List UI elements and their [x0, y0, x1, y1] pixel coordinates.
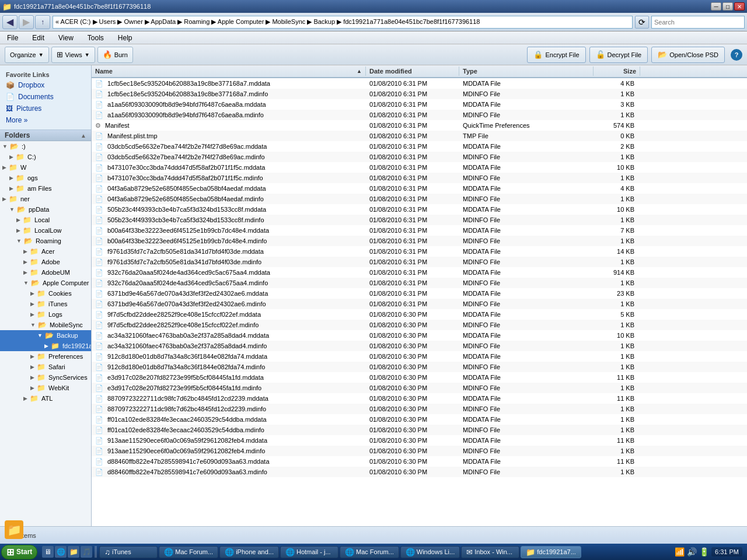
- folder-item[interactable]: ▼📂Apple Computer: [0, 278, 91, 288]
- desktop-folder-icon[interactable]: 📁: [5, 520, 23, 539]
- menu-help[interactable]: Help: [113, 33, 137, 43]
- encrypt-file-button[interactable]: 🔒 Encrypt File: [527, 47, 585, 63]
- table-row[interactable]: 📄 e3d917c028e207fd82723e99f5b5cf08445fa1…: [92, 383, 747, 393]
- folder-item[interactable]: ▼📂ppData: [0, 204, 91, 215]
- maximize-button[interactable]: □: [722, 2, 733, 10]
- taskbar-button[interactable]: 🌐iPhone and...: [219, 546, 279, 558]
- table-row[interactable]: 📄 6371bd9e46a567de070a43d3fef3f2ed24302a…: [92, 299, 747, 309]
- table-row[interactable]: 📄 f9761d35fd7c7a2cfb505e81da341d7bfd4f03…: [92, 257, 747, 267]
- folder-item[interactable]: ▶📁W: [0, 162, 91, 173]
- folder-item[interactable]: ▶📁Preferences: [0, 351, 91, 362]
- table-row[interactable]: 📄 a1aa56f093030090fb8d9e94bfd7f6487c6aea…: [92, 110, 747, 120]
- folder-item[interactable]: ▶📁WebKit: [0, 383, 91, 393]
- table-row[interactable]: 📄 1cfb5ec18e5c935204b620883a19c8be377168…: [92, 89, 747, 99]
- table-row[interactable]: 📄 913aae115290ece6f0a0c069a59f29612082fe…: [92, 446, 747, 456]
- more-link[interactable]: More »: [0, 114, 91, 126]
- close-button[interactable]: ✕: [734, 2, 745, 10]
- organize-button[interactable]: Organize ▼: [5, 47, 49, 63]
- folder-item[interactable]: ▶📁ogs: [0, 173, 91, 183]
- table-row[interactable]: 📄 b473107e30cc3bda74ddd47d5f58af2b071f1f…: [92, 173, 747, 183]
- taskbar-button[interactable]: 📁fdc19921a7...: [521, 546, 581, 558]
- folder-item[interactable]: ▶📁Acer: [0, 246, 91, 257]
- table-row[interactable]: 📄 03dcb5cd5e6632e7bea744f2b2e7f4f27d8e69…: [92, 152, 747, 162]
- tray-volume-icon[interactable]: 🔊: [687, 547, 697, 556]
- folder-item[interactable]: ▶📁Local: [0, 215, 91, 225]
- folder-item[interactable]: ▶📁SyncServices: [0, 372, 91, 383]
- table-row[interactable]: 📄 88709723222711dc98fc7d62bc4845fd12cd22…: [92, 404, 747, 414]
- folder-item[interactable]: ▶📁ner: [0, 194, 91, 204]
- menu-edit[interactable]: Edit: [27, 33, 49, 43]
- table-row[interactable]: 📄 d88460ffb822e47b285598941c7e6090d093aa…: [92, 467, 747, 477]
- ie-icon[interactable]: 🌐: [55, 546, 67, 558]
- folder-item[interactable]: ▶📁Cookies: [0, 288, 91, 299]
- folder-item[interactable]: ▶📁iTunes: [0, 299, 91, 309]
- table-row[interactable]: 📄 a1aa56f093030090fb8d9e94bfd7f6487c6aea…: [92, 99, 747, 110]
- sidebar-link-pictures[interactable]: 🖼 Pictures: [0, 103, 91, 114]
- table-row[interactable]: 📄 e3d917c028e207fd82723e99f5b5cf08445fa1…: [92, 372, 747, 383]
- up-button[interactable]: ↑: [35, 15, 50, 29]
- folder-item[interactable]: ▶📁fdc19921a77...: [0, 341, 91, 351]
- tray-battery-icon[interactable]: 🔋: [699, 547, 709, 556]
- views-button[interactable]: ⊞ Views ▼: [51, 47, 95, 63]
- menu-view[interactable]: View: [54, 33, 78, 43]
- table-row[interactable]: 📄 1cfb5ec18e5c935204b620883a19c8be377168…: [92, 78, 747, 89]
- folder-item[interactable]: ▼📂Roaming: [0, 236, 91, 246]
- folder-item[interactable]: ▼📂MobileSync: [0, 320, 91, 330]
- table-row[interactable]: 📄 f9761d35fd7c7a2cfb505e81da341d7bfd4f03…: [92, 246, 747, 257]
- table-row[interactable]: 📄 ff01ca102ede83284fe3ecaac24603529c54dd…: [92, 414, 747, 425]
- table-row[interactable]: 📄 505b23c4f49393cb3e4b7ca5f3d324bd1533cc…: [92, 215, 747, 225]
- table-row[interactable]: 📄 ac34a321060faec4763bab0a3e2f37a285a8da…: [92, 330, 747, 341]
- col-header-date[interactable]: Date modified: [366, 66, 459, 76]
- system-clock[interactable]: 6:31 PM: [711, 547, 742, 556]
- help-button[interactable]: ?: [731, 49, 742, 61]
- taskbar-button[interactable]: ✉Inbox - Win...: [461, 546, 519, 558]
- media-icon[interactable]: 🎵: [81, 546, 92, 558]
- table-row[interactable]: 📄 04f3a6ab8729e52e6850f4855ecba058bf4aed…: [92, 183, 747, 194]
- table-row[interactable]: 📄 505b23c4f49393cb3e4b7ca5f3d324bd1533cc…: [92, 204, 747, 215]
- folder-item[interactable]: ▶📁am Files: [0, 183, 91, 194]
- table-row[interactable]: 📄 9f7d5cfbd22ddee28252f9ce408e15cfccf022…: [92, 309, 747, 320]
- table-row[interactable]: 📄 b00a64f33be32223eed6f45125e1b99cb7dc48…: [92, 225, 747, 236]
- show-desktop-icon[interactable]: 🖥: [42, 546, 54, 558]
- refresh-button[interactable]: ⟳: [635, 16, 649, 29]
- table-row[interactable]: 📄 ff01ca102ede83284fe3ecaac24603529c54dd…: [92, 425, 747, 435]
- table-row[interactable]: 📄 Manifest.plist.tmp 01/08/2010 6:31 PM …: [92, 131, 747, 141]
- folder-item[interactable]: ▼📂Backup: [0, 330, 91, 341]
- table-row[interactable]: 📄 b473107e30cc3bda74ddd47d5f58af2b071f1f…: [92, 162, 747, 173]
- folders-header[interactable]: Folders ▲: [0, 130, 91, 141]
- folder-item[interactable]: ▶📁ATL: [0, 393, 91, 404]
- col-header-size[interactable]: Size: [594, 66, 640, 76]
- start-button[interactable]: ⊞ Start: [1, 545, 37, 559]
- folder-item[interactable]: ▶📁AdobeUM: [0, 267, 91, 278]
- table-row[interactable]: 📄 913aae115290ece6f0a0c069a59f29612082fe…: [92, 435, 747, 446]
- back-button[interactable]: ◀: [2, 15, 18, 29]
- table-row[interactable]: 📄 03dcb5cd5e6632e7bea744f2b2e7f4f27d8e69…: [92, 141, 747, 152]
- burn-button[interactable]: 🔥 Burn: [97, 47, 133, 63]
- menu-tools[interactable]: Tools: [83, 33, 109, 43]
- forward-button[interactable]: ▶: [19, 15, 34, 29]
- table-row[interactable]: 📄 932c76da20aaa5f024de4ad364ced9c5ac675a…: [92, 278, 747, 288]
- explorer-icon[interactable]: 📁: [68, 546, 79, 558]
- folder-item[interactable]: ▶📁C:): [0, 152, 91, 162]
- table-row[interactable]: 📄 9f7d5cfbd22ddee28252f9ce408e15cfccf022…: [92, 320, 747, 330]
- address-input[interactable]: [53, 16, 633, 29]
- sidebar-link-dropbox[interactable]: 📦 Dropbox: [0, 79, 91, 91]
- decrypt-file-button[interactable]: 🔓 Decrypt File: [589, 47, 648, 63]
- tray-network-icon[interactable]: 📶: [675, 547, 685, 556]
- table-row[interactable]: 📄 6371bd9e46a567de070a43d3fef3f2ed24302a…: [92, 288, 747, 299]
- table-row[interactable]: ⚙ Manifest 01/08/2010 6:31 PM QuickTime …: [92, 120, 747, 131]
- folder-item[interactable]: ▶📁Safari: [0, 362, 91, 372]
- folder-item[interactable]: ▶📁Logs: [0, 309, 91, 320]
- file-list[interactable]: 📄 1cfb5ec18e5c935204b620883a19c8be377168…: [92, 78, 747, 526]
- sidebar-link-documents[interactable]: 📄 Documents: [0, 91, 91, 103]
- table-row[interactable]: 📄 04f3a6ab8729e52e6850f4855ecba058bf4aed…: [92, 194, 747, 204]
- taskbar-button[interactable]: 🌐Windows Li...: [400, 546, 460, 558]
- minimize-button[interactable]: ─: [711, 2, 721, 10]
- taskbar-button[interactable]: 🌐Hotmail - j...: [280, 546, 338, 558]
- open-close-psd-button[interactable]: 📂 Open/Close PSD: [651, 47, 725, 63]
- col-header-type[interactable]: Type: [459, 66, 594, 76]
- taskbar-button[interactable]: 🌐Mac Forum...: [340, 546, 399, 558]
- table-row[interactable]: 📄 ac34a321060faec4763bab0a3e2f37a285a8da…: [92, 341, 747, 351]
- folder-item[interactable]: ▼📂:): [0, 141, 91, 152]
- taskbar-button[interactable]: ♫iTunes: [99, 546, 158, 558]
